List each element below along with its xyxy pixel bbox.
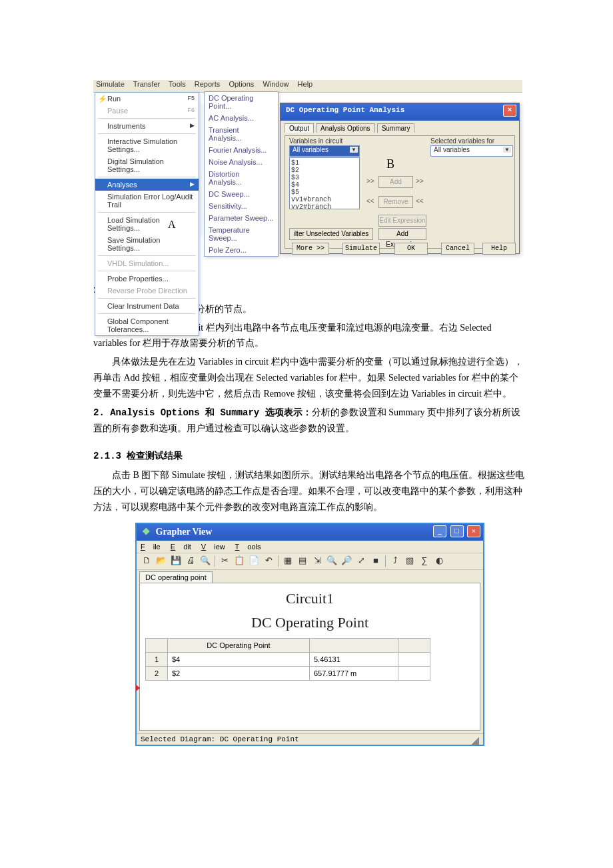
dialog-body: Variables in circuit All variables Selec…: [285, 135, 515, 249]
remove-button[interactable]: Remove: [378, 196, 413, 208]
var-2[interactable]: $2: [291, 167, 358, 174]
menu-global-tol[interactable]: Global Component Tolerances...: [95, 315, 199, 335]
minimize-icon[interactable]: _: [433, 525, 446, 537]
dcop-dialog: DC Operating Point Analysis × Output Ana…: [280, 103, 520, 254]
cursor-icon[interactable]: ⇲: [310, 555, 324, 568]
filter-button[interactable]: ilter Unselected Variables: [289, 228, 373, 240]
row-var-2: $2: [168, 667, 310, 681]
status-text: Selected Diagram: DC Operating Point: [141, 735, 299, 743]
label-A: A: [168, 219, 176, 231]
menu-clear-data[interactable]: Clear Instrument Data: [95, 300, 199, 312]
menu-instruments[interactable]: Instruments ▶: [95, 120, 199, 132]
grapher-menu-file[interactable]: File: [141, 543, 161, 551]
copy-icon[interactable]: 📋: [233, 555, 246, 568]
menu-run[interactable]: ⚡ Run F5: [95, 93, 199, 105]
menu-save[interactable]: Save Simulation Settings...: [95, 234, 199, 254]
menu-errorlog[interactable]: Simulation Error Log/Audit Trail: [95, 191, 199, 211]
paste-icon[interactable]: 📄: [247, 555, 261, 568]
menu-window[interactable]: Window: [263, 80, 289, 88]
sub-transient[interactable]: Transient Analysis...: [205, 124, 278, 144]
sub-dcop[interactable]: DC Operating Point...: [205, 92, 278, 112]
selected-combo[interactable]: All variables: [430, 145, 513, 157]
excel-icon[interactable]: ▧: [403, 555, 416, 568]
analyses-label: Analyses: [107, 181, 137, 189]
run-label: Run: [107, 95, 121, 103]
mathcad-icon[interactable]: ∑: [418, 555, 431, 568]
close-icon[interactable]: ×: [467, 525, 480, 537]
menu-load[interactable]: Load Simulation Settings...: [95, 214, 199, 234]
top-screenshot: Simulate Transfer Tools Reports Options …: [93, 80, 520, 273]
save-icon[interactable]: 💾: [169, 555, 183, 568]
resize-grip-icon[interactable]: [470, 735, 479, 745]
variables-combo[interactable]: All variables: [289, 145, 360, 157]
menu-tools[interactable]: Tools: [169, 80, 186, 88]
grapher-menu-edit[interactable]: Edit: [171, 543, 191, 551]
grid-icon[interactable]: ▦: [281, 555, 295, 568]
menu-digital-settings[interactable]: Digital Simulation Settings...: [95, 155, 199, 175]
variables-listbox[interactable]: $1 $2 $3 $4 $5 vv1#branch vv2#branch: [289, 157, 360, 209]
sub-dcsweep[interactable]: DC Sweep...: [205, 188, 278, 200]
dbl-left-icon: <<: [366, 197, 374, 205]
result-table: DC Operating Point 1 $4 5.46131 2 $2 657…: [145, 638, 430, 681]
help-button[interactable]: Help: [482, 243, 516, 255]
dialog-title: DC Operating Point Analysis: [286, 106, 404, 114]
open-icon[interactable]: 📂: [155, 555, 168, 568]
var-3[interactable]: $3: [291, 174, 358, 181]
tab-analysis-options[interactable]: Analysis Options: [316, 123, 374, 133]
sub-ac[interactable]: AC Analysis...: [205, 112, 278, 124]
menu-transfer[interactable]: Transfer: [133, 80, 161, 88]
close-icon[interactable]: ×: [503, 105, 516, 117]
var-1[interactable]: $1: [291, 159, 358, 167]
row-var-1: $4: [168, 653, 310, 667]
add-expression-button[interactable]: Add Expression: [378, 228, 426, 240]
zoomin-icon[interactable]: 🔍: [325, 555, 338, 568]
new-icon[interactable]: 🗋: [140, 555, 153, 568]
menu-reports[interactable]: Reports: [195, 80, 221, 88]
window-icons: _ □ ×: [432, 525, 480, 537]
sub-fourier[interactable]: Fourier Analysis...: [205, 144, 278, 156]
tab-output[interactable]: Output: [285, 123, 314, 133]
menu-options[interactable]: Options: [229, 80, 254, 88]
zoomfit-icon[interactable]: ⤢: [354, 555, 368, 568]
zoomout-icon[interactable]: 🔎: [340, 555, 353, 568]
preview-icon[interactable]: 🔍: [199, 555, 212, 568]
more-button[interactable]: More >>: [292, 243, 329, 255]
menu-simulate[interactable]: Simulate: [96, 80, 125, 88]
grapher-menu-tools[interactable]: Tools: [235, 543, 261, 551]
cut-icon[interactable]: ✂: [218, 555, 231, 568]
var-4[interactable]: $4: [291, 181, 358, 189]
tab-summary[interactable]: Summary: [377, 123, 415, 133]
labview-icon[interactable]: ◐: [432, 555, 446, 568]
sub-tempsweep[interactable]: Temperature Sweep...: [205, 224, 278, 244]
analyses-submenu: DC Operating Point... AC Analysis... Tra…: [204, 91, 279, 257]
maximize-icon[interactable]: □: [450, 525, 464, 537]
sub-paramsweep[interactable]: Parameter Sweep...: [205, 212, 278, 224]
undo-icon[interactable]: ↶: [262, 555, 275, 568]
sub-distortion[interactable]: Distortion Analysis...: [205, 168, 278, 188]
row-val-2: 657.91777 m: [310, 667, 398, 681]
tab-dc-operating-point[interactable]: DC operating point: [139, 571, 213, 583]
var-vv2[interactable]: vv2#branch: [291, 203, 358, 211]
grapher-menu-view[interactable]: View: [201, 543, 225, 551]
col-header: DC Operating Point: [168, 639, 310, 653]
dialog-titlebar: DC Operating Point Analysis ×: [281, 103, 519, 121]
pause-hotkey: F6: [187, 107, 195, 113]
var-vv1[interactable]: vv1#branch: [291, 196, 358, 203]
legend-icon[interactable]: ▤: [296, 555, 309, 568]
blackbg-icon[interactable]: ■: [369, 555, 382, 568]
menu-probe[interactable]: Probe Properties...: [95, 273, 199, 285]
sub-noise[interactable]: Noise Analysis...: [205, 156, 278, 168]
export-icon[interactable]: ⤴: [388, 555, 402, 568]
simulate-button[interactable]: Simulate: [342, 243, 380, 255]
var-5[interactable]: $5: [291, 189, 358, 196]
menu-analyses[interactable]: Analyses ▶: [95, 179, 199, 191]
print-icon[interactable]: 🖨: [184, 555, 197, 568]
cancel-button[interactable]: Cancel: [441, 243, 474, 255]
ok-button[interactable]: OK: [394, 243, 428, 255]
menu-interactive-settings[interactable]: Interactive Simulation Settings...: [95, 135, 199, 155]
sub-polezero[interactable]: Pole Zero...: [205, 244, 278, 256]
simulate-dropdown: ⚡ Run F5 Pause F6 Instruments ▶ Interact…: [95, 92, 199, 336]
sub-sensitivity[interactable]: Sensitivity...: [205, 200, 278, 212]
add-button[interactable]: Add: [378, 176, 413, 188]
menu-help[interactable]: Help: [298, 80, 313, 88]
